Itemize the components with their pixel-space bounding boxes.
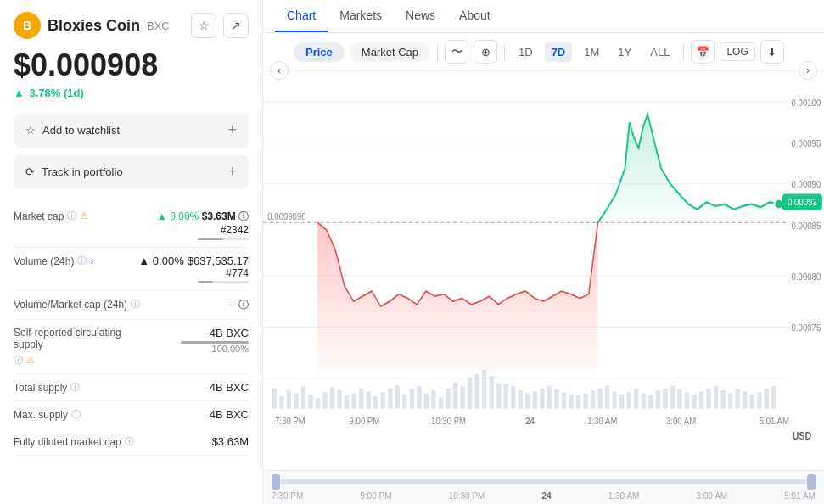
vol-mktcap-info-icon[interactable]: ⓘ — [131, 298, 140, 311]
download-icon-btn[interactable]: ⬇ — [760, 40, 784, 64]
vol-mktcap-val-info[interactable]: ⓘ — [238, 299, 249, 311]
svg-point-85 — [774, 199, 783, 210]
svg-rect-20 — [308, 395, 312, 409]
svg-rect-83 — [765, 389, 769, 409]
slider-handle-left[interactable] — [272, 474, 280, 490]
svg-text:0.00080: 0.00080 — [792, 272, 821, 282]
svg-rect-80 — [743, 391, 747, 408]
svg-rect-41 — [460, 386, 464, 409]
svg-rect-16 — [279, 396, 283, 408]
toolbar-separator-3 — [683, 43, 684, 60]
svg-rect-29 — [373, 396, 378, 408]
tab-news[interactable]: News — [394, 0, 447, 32]
svg-rect-44 — [482, 370, 486, 409]
track-portfolio-button[interactable]: ⟳ Track in portfolio + — [14, 154, 249, 189]
star-icon: ☆ — [25, 124, 36, 137]
volume-info-icon[interactable]: ⓘ — [77, 255, 87, 267]
time-7d-button[interactable]: 7D — [545, 42, 573, 62]
svg-rect-52 — [540, 389, 544, 409]
svg-rect-18 — [294, 394, 298, 409]
plus-icon-2: + — [227, 163, 237, 181]
time-all-button[interactable]: ALL — [643, 42, 676, 62]
nav-right-button[interactable]: › — [799, 61, 817, 80]
coin-name: Bloxies Coin — [48, 17, 140, 35]
svg-rect-26 — [351, 394, 356, 409]
log-button[interactable]: LOG — [720, 42, 754, 61]
svg-rect-64 — [627, 392, 631, 408]
total-supply-info-icon[interactable]: ⓘ — [70, 381, 80, 394]
svg-text:0.00092: 0.00092 — [788, 197, 817, 207]
market-cap-info-icon[interactable]: ⓘ — [67, 210, 76, 222]
fdmc-info-icon[interactable]: ⓘ — [125, 435, 134, 448]
svg-text:USD: USD — [793, 430, 811, 441]
svg-rect-61 — [605, 386, 609, 409]
svg-rect-65 — [634, 389, 638, 409]
svg-text:24: 24 — [525, 416, 535, 426]
candle-icon-btn[interactable]: ⊕ — [474, 40, 497, 64]
add-watchlist-button[interactable]: ☆ Add to watchlist + — [14, 113, 249, 148]
svg-rect-78 — [728, 394, 732, 409]
svg-rect-77 — [720, 390, 725, 409]
coin-logo: B — [14, 12, 41, 39]
change-arrow: ▲ — [14, 87, 25, 99]
svg-rect-56 — [569, 395, 573, 409]
time-1y-button[interactable]: 1Y — [611, 42, 638, 62]
svg-rect-19 — [301, 386, 305, 409]
tab-nav: Chart Markets News About — [263, 0, 824, 33]
svg-rect-68 — [656, 390, 660, 409]
left-panel: B Bloxies Coin BXC ☆ ↗ $0.000908 ▲ 3.78%… — [0, 0, 263, 504]
time-1m-button[interactable]: 1M — [577, 42, 606, 62]
svg-text:5:01 AM: 5:01 AM — [760, 416, 789, 426]
svg-rect-21 — [316, 399, 320, 409]
svg-text:7:30 PM: 7:30 PM — [275, 416, 305, 426]
price-display: $0.000908 — [14, 48, 249, 83]
share-button[interactable]: ↗ — [223, 13, 249, 38]
svg-rect-24 — [337, 390, 341, 409]
tab-chart[interactable]: Chart — [275, 0, 328, 32]
svg-rect-38 — [439, 397, 443, 408]
circ-supply-info-icon[interactable]: ⓘ — [14, 354, 23, 367]
mini-time-labels: 7:30 PM 9:00 PM 10:30 PM 24 1:30 AM 3:00… — [272, 491, 816, 501]
coin-ticker: BXC — [147, 20, 170, 32]
svg-rect-72 — [685, 392, 689, 408]
svg-rect-45 — [490, 376, 494, 409]
toolbar-wrapper: ‹ Price Market Cap 〜 ⊕ 1D 7D 1M 1Y ALL 📅… — [263, 33, 824, 71]
market-cap-val-info[interactable]: ⓘ — [238, 210, 249, 222]
price-pill-button[interactable]: Price — [294, 42, 345, 62]
svg-text:0.00090: 0.00090 — [792, 180, 821, 190]
stat-vol-mktcap: Volume/Market cap (24h) ⓘ -- ⓘ — [14, 291, 249, 320]
svg-rect-71 — [677, 389, 681, 409]
svg-rect-55 — [562, 392, 566, 408]
time-1d-button[interactable]: 1D — [512, 42, 540, 62]
svg-rect-63 — [619, 395, 624, 409]
tab-about[interactable]: About — [447, 0, 502, 32]
stat-fdmc: Fully diluted market cap ⓘ $3.63M — [14, 428, 249, 456]
svg-rect-76 — [714, 386, 718, 409]
nav-left-button[interactable]: ‹ — [270, 61, 289, 80]
svg-rect-53 — [547, 386, 552, 409]
svg-rect-75 — [706, 389, 710, 409]
toolbar-separator-2 — [504, 43, 505, 60]
svg-rect-60 — [597, 389, 602, 409]
line-chart-icon-btn[interactable]: 〜 — [445, 40, 468, 64]
svg-rect-39 — [446, 389, 450, 409]
svg-rect-67 — [648, 395, 653, 409]
svg-rect-30 — [381, 392, 385, 408]
portfolio-label: Track in portfolio — [42, 165, 123, 178]
svg-rect-79 — [736, 389, 740, 409]
svg-rect-32 — [395, 385, 400, 409]
slider-handle-right[interactable] — [807, 474, 816, 490]
volume-arrow-icon[interactable]: › — [90, 256, 93, 266]
svg-rect-69 — [663, 389, 667, 409]
svg-text:1:30 AM: 1:30 AM — [587, 416, 617, 426]
svg-rect-22 — [322, 392, 327, 408]
max-supply-info-icon[interactable]: ⓘ — [71, 408, 81, 421]
tab-markets[interactable]: Markets — [328, 0, 394, 32]
marketcap-pill-button[interactable]: Market Cap — [350, 42, 430, 62]
svg-text:0.0009098: 0.0009098 — [267, 211, 306, 221]
svg-rect-49 — [519, 390, 523, 409]
star-button[interactable]: ☆ — [191, 13, 216, 38]
svg-text:3:00 AM: 3:00 AM — [666, 416, 696, 426]
svg-rect-31 — [388, 389, 392, 409]
calendar-icon-btn[interactable]: 📅 — [691, 40, 715, 64]
